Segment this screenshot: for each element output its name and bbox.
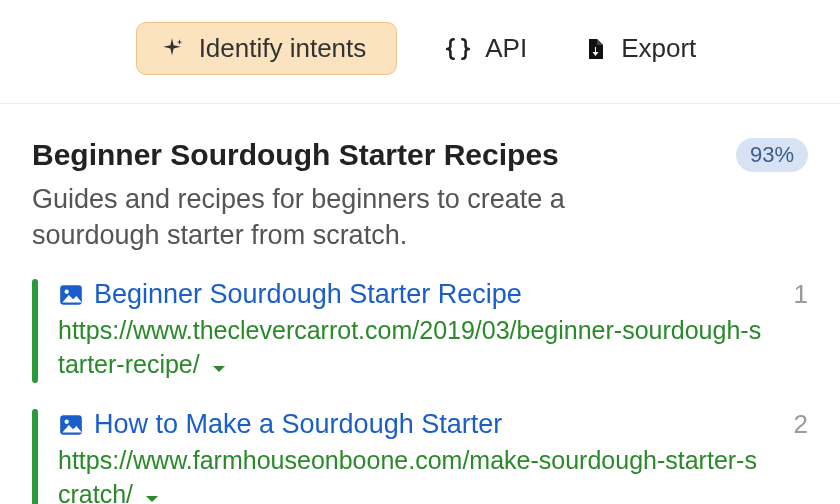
topic-header: Beginner Sourdough Starter Recipes 93% — [32, 138, 808, 173]
api-label: API — [485, 33, 527, 64]
chevron-down-icon[interactable] — [211, 350, 227, 384]
chevron-down-icon[interactable] — [144, 480, 160, 504]
result-title-link[interactable]: Beginner Sourdough Starter Recipe — [94, 279, 522, 310]
svg-point-1 — [65, 289, 69, 293]
identify-intents-button[interactable]: Identify intents — [136, 22, 398, 75]
topic-description: Guides and recipes for beginners to crea… — [32, 181, 672, 254]
result-item: Beginner Sourdough Starter Recipe https:… — [32, 279, 808, 383]
result-rank: 2 — [788, 409, 808, 440]
sparkle-icon — [159, 36, 185, 62]
topic-title: Beginner Sourdough Starter Recipes — [32, 138, 559, 173]
relevance-bar — [32, 409, 38, 504]
confidence-badge: 93% — [736, 138, 808, 172]
content-area: Beginner Sourdough Starter Recipes 93% G… — [0, 104, 840, 504]
export-label: Export — [621, 33, 696, 64]
results-list: Beginner Sourdough Starter Recipe https:… — [32, 279, 808, 504]
download-file-icon — [583, 36, 607, 62]
image-icon — [58, 412, 84, 438]
identify-intents-label: Identify intents — [199, 33, 367, 64]
result-rank: 1 — [788, 279, 808, 310]
export-button[interactable]: Export — [575, 22, 704, 75]
relevance-bar — [32, 279, 38, 383]
toolbar: Identify intents API Export — [0, 0, 840, 104]
result-url[interactable]: https://www.farmhouseonboone.com/make-so… — [58, 444, 768, 504]
api-button[interactable]: API — [437, 22, 535, 75]
svg-point-3 — [65, 419, 69, 423]
braces-icon — [445, 36, 471, 62]
result-title-link[interactable]: How to Make a Sourdough Starter — [94, 409, 502, 440]
result-item: How to Make a Sourdough Starter https://… — [32, 409, 808, 504]
result-url[interactable]: https://www.theclevercarrot.com/2019/03/… — [58, 314, 768, 383]
image-icon — [58, 282, 84, 308]
